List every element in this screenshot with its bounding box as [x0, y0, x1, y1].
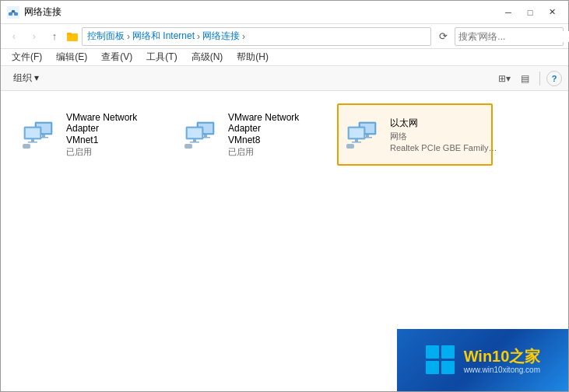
breadcrumb-sep-3: ›: [242, 31, 245, 42]
svg-rect-1: [9, 12, 12, 16]
menu-help[interactable]: 帮助(H): [230, 49, 275, 65]
vmnet8-name: VMware Network Adapter: [228, 112, 323, 134]
menu-tools[interactable]: 工具(T): [140, 49, 183, 65]
menu-file[interactable]: 文件(F): [5, 49, 48, 65]
title-bar: 网络连接 ─ □ ✕: [1, 1, 568, 24]
menu-edit[interactable]: 编辑(E): [50, 49, 93, 65]
menu-advanced[interactable]: 高级(N): [185, 49, 230, 65]
search-box: 🔍: [455, 27, 564, 46]
breadcrumb-bar: 控制面板 › 网络和 Internet › 网络连接 ›: [82, 27, 431, 46]
main-window: 网络连接 ─ □ ✕ ‹ › ↑ 控制面板 › 网络和 Internet › 网…: [0, 0, 569, 392]
ethernet-description: Realtek PCIe GBE Family Contr...: [390, 143, 499, 152]
ethernet-type: 网络: [390, 131, 499, 142]
help-button[interactable]: ?: [546, 71, 562, 86]
connection-ethernet[interactable]: 以太网 网络 Realtek PCIe GBE Family Contr...: [337, 103, 493, 166]
watermark-text: Win10之家 www.win10xitong.com: [464, 347, 541, 374]
layout-button[interactable]: ▤: [516, 70, 533, 87]
ethernet-info: 以太网 网络 Realtek PCIe GBE Family Contr...: [390, 117, 499, 152]
search-input[interactable]: [458, 31, 569, 42]
vmnet8-info: VMware Network Adapter VMnet8 已启用: [228, 112, 323, 158]
refresh-button[interactable]: ⟳: [434, 28, 451, 45]
forward-button[interactable]: ›: [26, 28, 43, 45]
toolbar-right: ⊞▾ ▤ ?: [496, 70, 562, 87]
svg-rect-38: [441, 361, 455, 374]
vmnet1-icon: [21, 119, 58, 150]
svg-rect-28: [366, 135, 369, 137]
watermark-title-part2: 之家: [509, 348, 540, 365]
toolbar-separator: [539, 72, 540, 86]
watermark-url: www.win10xitong.com: [464, 366, 541, 374]
svg-rect-32: [355, 139, 358, 142]
back-button[interactable]: ‹: [5, 28, 23, 45]
ethernet-name: 以太网: [390, 117, 499, 130]
watermark-title: Win10之家: [464, 347, 541, 366]
menu-view[interactable]: 查看(V): [95, 49, 139, 65]
title-bar-controls: ─ □ ✕: [498, 4, 562, 21]
connection-vmnet8[interactable]: VMware Network Adapter VMnet8 已启用: [175, 103, 331, 166]
view-options-button[interactable]: ⊞▾: [496, 70, 513, 87]
svg-rect-24: [190, 142, 199, 143]
breadcrumb-sep-1: ›: [127, 31, 130, 42]
breadcrumb-item-network[interactable]: 网络和 Internet: [132, 30, 195, 43]
ethernet-icon: [345, 119, 382, 150]
breadcrumb-item-connections[interactable]: 网络连接: [202, 30, 240, 43]
svg-rect-33: [352, 142, 361, 143]
svg-rect-35: [426, 345, 439, 359]
windows-logo-icon: [425, 345, 456, 376]
title-bar-left: 网络连接: [7, 5, 61, 19]
vmnet1-name: VMware Network Adapter: [66, 112, 161, 134]
svg-rect-22: [188, 128, 202, 138]
maximize-button[interactable]: □: [520, 4, 540, 21]
svg-rect-2: [14, 12, 18, 16]
svg-rect-13: [26, 128, 40, 138]
breadcrumb-sep-2: ›: [197, 31, 200, 42]
window-title: 网络连接: [24, 5, 61, 19]
vmnet8-icon: [183, 119, 220, 150]
watermark: Win10之家 www.win10xitong.com: [397, 329, 568, 391]
watermark-title-part1: Win10: [464, 348, 510, 365]
menu-bar: 文件(F) 编辑(E) 查看(V) 工具(T) 高级(N) 帮助(H): [1, 49, 568, 66]
svg-rect-7: [67, 33, 72, 35]
vmnet1-status: 已启用: [66, 146, 161, 158]
breadcrumb-item-controlpanel[interactable]: 控制面板: [87, 30, 125, 43]
svg-rect-15: [28, 142, 37, 143]
toolbar: 组织 ▾ ⊞▾ ▤ ?: [1, 66, 568, 91]
organize-button[interactable]: 组织 ▾: [7, 69, 45, 88]
svg-rect-19: [204, 135, 207, 137]
vmnet8-status: 已启用: [228, 146, 323, 158]
vmnet1-subname: VMnet1: [66, 135, 161, 145]
connection-vmnet1[interactable]: VMware Network Adapter VMnet1 已启用: [13, 103, 169, 166]
window-icon: [7, 6, 19, 19]
vmnet8-subname: VMnet8: [228, 135, 323, 145]
vmnet1-info: VMware Network Adapter VMnet1 已启用: [66, 112, 161, 158]
svg-rect-31: [349, 128, 364, 138]
breadcrumb-folder-icon: [66, 30, 79, 43]
svg-rect-34: [346, 144, 354, 149]
close-button[interactable]: ✕: [542, 4, 562, 21]
up-button[interactable]: ↑: [46, 28, 63, 45]
svg-rect-16: [23, 144, 30, 149]
svg-rect-14: [31, 139, 34, 142]
address-bar: ‹ › ↑ 控制面板 › 网络和 Internet › 网络连接 › ⟳ 🔍: [1, 24, 568, 49]
minimize-button[interactable]: ─: [498, 4, 518, 21]
svg-rect-10: [42, 135, 45, 137]
svg-rect-23: [193, 139, 196, 142]
svg-rect-36: [441, 345, 455, 359]
svg-rect-37: [426, 361, 439, 374]
svg-rect-25: [184, 144, 192, 149]
